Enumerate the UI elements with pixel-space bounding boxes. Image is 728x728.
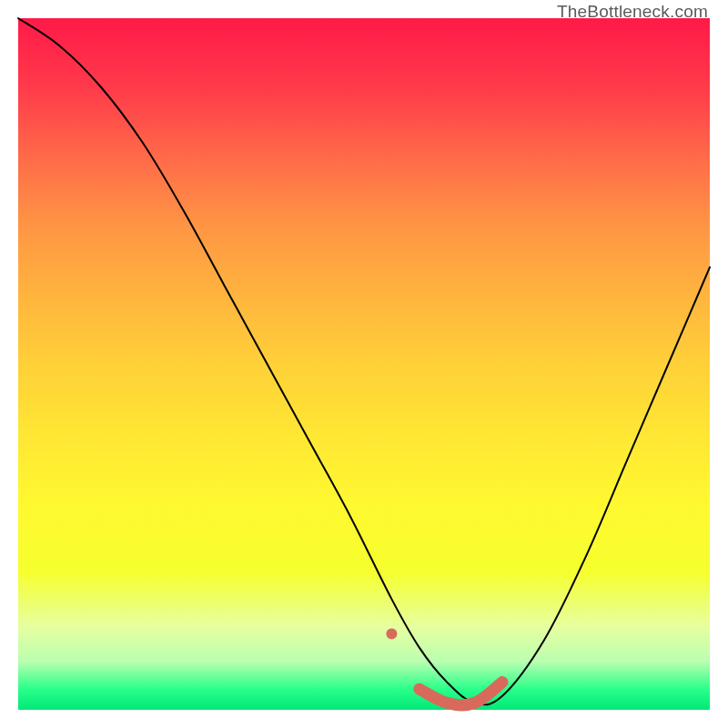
optimal-zone-line [420, 682, 502, 705]
chart-container: TheBottleneck.com [0, 0, 728, 728]
chart-svg [18, 18, 710, 710]
plot-area [18, 18, 710, 710]
optimal-zone-dot [386, 628, 397, 639]
bottleneck-curve [18, 18, 710, 704]
